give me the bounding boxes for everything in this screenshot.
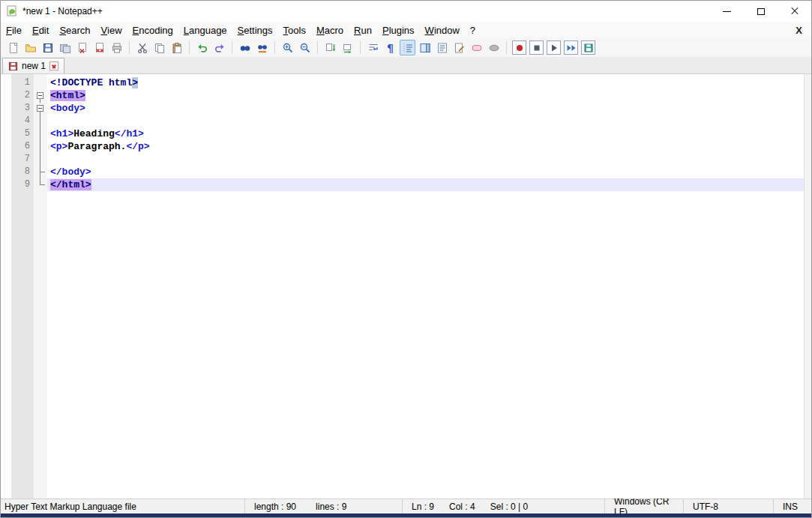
status-insert-mode[interactable]: INS	[774, 499, 811, 514]
line-number[interactable]: 2	[11, 89, 34, 102]
macro-run-multiple-icon[interactable]	[564, 40, 578, 55]
vertical-scrollbar[interactable]	[804, 74, 811, 499]
fold-collapse-icon[interactable]	[34, 89, 47, 102]
function-list-icon[interactable]	[434, 40, 450, 55]
save-file-icon[interactable]	[40, 40, 55, 55]
menu-item-settings[interactable]: Settings	[232, 23, 278, 37]
editor-line-9[interactable]: 9</html>	[1, 178, 811, 191]
print-icon[interactable]	[109, 40, 124, 55]
show-all-chars-icon[interactable]: ¶	[382, 40, 398, 55]
close-file-icon[interactable]	[74, 40, 90, 55]
status-length: length : 90	[254, 502, 296, 512]
menu-item-file[interactable]: File	[1, 23, 27, 37]
menu-item-search[interactable]: Search	[54, 23, 95, 37]
menu-item-language[interactable]: Language	[178, 23, 232, 37]
macro-save-icon[interactable]	[581, 40, 595, 55]
status-encoding[interactable]: UTF-8	[684, 499, 774, 514]
editor-line-6[interactable]: 6<p>Paragraph.</p>	[1, 140, 811, 153]
editor-line-7[interactable]: 7	[1, 153, 811, 166]
bookmark-cell[interactable]	[1, 89, 11, 102]
bookmark-cell[interactable]	[1, 127, 11, 140]
doc-map-icon[interactable]	[417, 40, 433, 55]
menu-item-tools[interactable]: Tools	[278, 23, 311, 37]
copy-icon[interactable]	[151, 40, 167, 55]
redo-icon[interactable]	[211, 40, 227, 55]
undo-icon[interactable]	[194, 40, 210, 55]
sync-scroll-h-icon[interactable]	[340, 40, 355, 55]
line-number[interactable]: 7	[11, 153, 34, 166]
tab-close-icon[interactable]	[49, 61, 58, 70]
line-number[interactable]: 8	[11, 166, 34, 178]
line-number[interactable]: 9	[11, 178, 34, 191]
window-bottom-edge	[1, 514, 811, 517]
editor-line-4[interactable]: 4	[1, 115, 811, 127]
bookmark-cell[interactable]	[1, 140, 11, 153]
editor-line-3[interactable]: 3<body>	[1, 102, 811, 115]
tab-new-1[interactable]: new 1	[2, 58, 64, 73]
menu-item-view[interactable]: View	[96, 23, 127, 37]
minimize-button[interactable]	[710, 1, 744, 22]
maximize-button[interactable]	[744, 1, 778, 22]
line-number[interactable]: 6	[11, 140, 34, 153]
menu-item-window[interactable]: Window	[420, 23, 465, 37]
bookmark-cell[interactable]	[1, 102, 11, 115]
new-file-icon[interactable]	[5, 40, 21, 55]
line-number[interactable]: 5	[11, 127, 34, 140]
menu-item-plugins[interactable]: Plugins	[377, 23, 420, 37]
menu-item-edit[interactable]: Edit	[27, 23, 54, 37]
bookmark-cell[interactable]	[1, 166, 11, 178]
show-indent-guide-icon[interactable]	[400, 40, 415, 55]
monitoring-icon[interactable]	[469, 40, 484, 55]
zoom-out-icon[interactable]	[297, 40, 313, 55]
code-text[interactable]: </html>	[47, 178, 811, 191]
status-eol-format[interactable]: Windows (CR LF)	[605, 499, 684, 514]
code-text[interactable]: <html>	[47, 89, 811, 102]
zoom-in-icon[interactable]	[280, 40, 295, 55]
editor[interactable]: 1<!DOCTYPE html>2<html>3<body>45<h1>Head…	[1, 74, 811, 499]
menu-item-help[interactable]: ?	[465, 23, 481, 37]
menu-close-document-button[interactable]: X	[787, 25, 811, 36]
bookmark-cell[interactable]	[1, 76, 11, 89]
menu-item-macro[interactable]: Macro	[311, 23, 349, 37]
menu-item-run[interactable]: Run	[349, 23, 377, 37]
save-all-icon[interactable]	[57, 40, 73, 55]
editor-line-8[interactable]: 8</body>	[1, 166, 811, 178]
bookmark-cell[interactable]	[1, 178, 11, 191]
open-file-icon[interactable]	[22, 40, 38, 55]
replace-icon[interactable]	[254, 40, 270, 55]
code-text[interactable]	[47, 153, 811, 166]
code-text[interactable]: <p>Paragraph.</p>	[47, 140, 811, 153]
cut-icon[interactable]	[134, 40, 150, 55]
sync-scroll-v-icon[interactable]	[322, 40, 338, 55]
unsaved-floppy-icon	[8, 61, 18, 71]
code-segment: </body>	[50, 166, 91, 178]
find-icon[interactable]	[237, 40, 253, 55]
macro-play-icon[interactable]	[547, 40, 561, 55]
code-text[interactable]: <!DOCTYPE html>	[47, 76, 811, 89]
code-text[interactable]	[47, 115, 811, 127]
editor-line-2[interactable]: 2<html>	[1, 89, 811, 102]
editor-line-1[interactable]: 1<!DOCTYPE html>	[1, 76, 811, 89]
bookmark-cell[interactable]	[1, 115, 11, 127]
define-language-icon[interactable]	[451, 40, 467, 55]
line-number[interactable]: 4	[11, 115, 34, 127]
code-segment: <h1>	[50, 128, 73, 139]
macro-stop-icon[interactable]	[529, 40, 544, 55]
close-all-icon[interactable]	[91, 40, 107, 55]
code-segment: Heading	[73, 128, 115, 139]
close-button[interactable]	[778, 1, 811, 22]
editor-line-5[interactable]: 5<h1>Heading</h1>	[1, 127, 811, 140]
paste-icon[interactable]	[169, 40, 184, 55]
menu-item-encoding[interactable]: Encoding	[127, 23, 178, 37]
eye-icon[interactable]	[486, 40, 502, 55]
line-number[interactable]: 3	[11, 102, 34, 115]
code-text[interactable]: <body>	[47, 102, 811, 115]
bookmark-cell[interactable]	[1, 153, 11, 166]
code-text[interactable]: <h1>Heading</h1>	[47, 127, 811, 140]
status-column: Col : 4	[449, 502, 475, 512]
macro-record-icon[interactable]	[512, 40, 526, 55]
line-number[interactable]: 1	[11, 76, 34, 89]
code-text[interactable]: </body>	[47, 166, 811, 178]
fold-collapse-icon[interactable]	[34, 102, 47, 115]
word-wrap-icon[interactable]	[365, 40, 381, 55]
